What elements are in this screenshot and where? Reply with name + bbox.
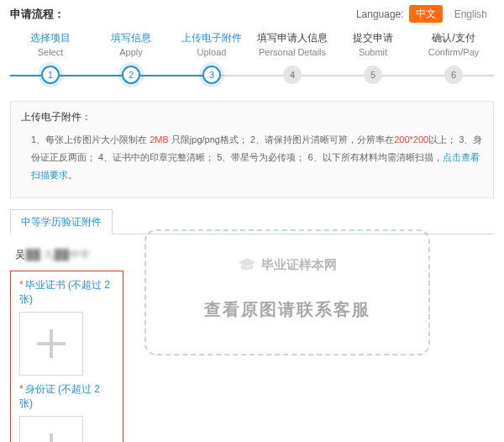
step-4-en: Personal Details bbox=[252, 47, 333, 57]
instruction-text: 1、每张上传图片大小限制在 2MB 只限jpg/png格式； 2、请保持图片清晰… bbox=[21, 131, 483, 184]
step-circle-5[interactable]: 5 bbox=[364, 66, 382, 84]
step-6-en: Confirm/Pay bbox=[413, 47, 494, 57]
language-switch: Language: 中文 English bbox=[356, 5, 494, 23]
step-circle-1[interactable]: 1 bbox=[41, 66, 60, 84]
step-6-cn: 确认/支付 bbox=[413, 31, 494, 45]
lang-en-button[interactable]: English bbox=[448, 7, 494, 22]
watermark-line2: 查看原图请联系客服 bbox=[204, 298, 370, 321]
step-3-cn: 上传电子附件 bbox=[171, 31, 252, 45]
plus-icon bbox=[37, 434, 66, 442]
instruction-panel: 上传电子附件： 1、每张上传图片大小限制在 2MB 只限jpg/png格式； 2… bbox=[10, 101, 494, 198]
step-1-en: Select bbox=[10, 47, 91, 57]
required-star-icon: * bbox=[19, 279, 24, 291]
step-4-cn: 填写申请人信息 bbox=[252, 31, 333, 45]
step-circle-6[interactable]: 6 bbox=[444, 66, 463, 84]
step-3-en: Upload bbox=[171, 47, 252, 57]
step-circle-4[interactable]: 4 bbox=[283, 66, 302, 84]
group-diploma-title: *毕业证书 (不超过 2 张) bbox=[19, 278, 114, 307]
page-title: 申请流程： bbox=[10, 7, 65, 22]
step-circle-2[interactable]: 2 bbox=[122, 66, 140, 84]
limit-size: 2MB bbox=[150, 134, 169, 145]
instruction-title: 上传电子附件： bbox=[21, 110, 483, 124]
applicant-name: 吴██ 九██中学 bbox=[10, 245, 494, 266]
step-labels: 选择项目Select 填写信息Apply 上传电子附件Upload 填写申请人信… bbox=[0, 23, 504, 57]
required-star-icon: * bbox=[19, 383, 24, 395]
group-id-title: *身份证 (不超过 2 张) bbox=[19, 382, 114, 411]
step-2-en: Apply bbox=[91, 47, 171, 57]
step-1-cn: 选择项目 bbox=[10, 31, 91, 45]
tab-bar: 中等学历验证附件 bbox=[10, 208, 494, 234]
step-circle-3[interactable]: 3 bbox=[202, 66, 221, 84]
upload-diploma[interactable] bbox=[19, 312, 83, 376]
step-track: 1 2 3 4 5 6 bbox=[10, 66, 494, 86]
plus-icon bbox=[37, 329, 66, 358]
required-group-box: *毕业证书 (不超过 2 张) *身份证 (不超过 2 张) bbox=[10, 271, 123, 442]
step-5-cn: 提交申请 bbox=[333, 31, 413, 45]
tab-attachments[interactable]: 中等学历验证附件 bbox=[10, 209, 113, 234]
limit-res: 200*200 bbox=[394, 134, 428, 145]
lang-zh-button[interactable]: 中文 bbox=[409, 5, 443, 23]
step-5-en: Submit bbox=[333, 47, 413, 57]
language-label: Language: bbox=[356, 8, 404, 20]
upload-id[interactable] bbox=[19, 416, 83, 442]
step-2-cn: 填写信息 bbox=[91, 31, 171, 45]
